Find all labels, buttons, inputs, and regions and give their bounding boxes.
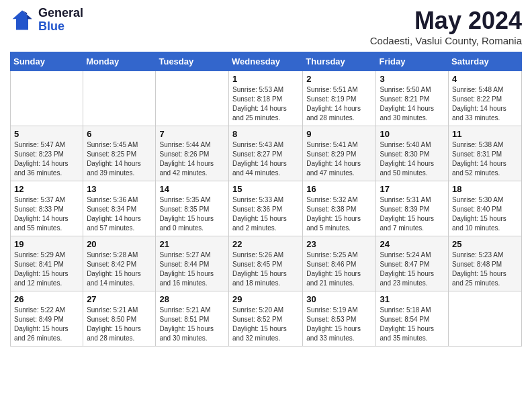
day-info: Sunrise: 5:38 AMSunset: 8:31 PMDaylight:… [452, 140, 518, 178]
day-number: 26 [14, 294, 79, 304]
day-number: 22 [232, 239, 299, 249]
calendar-cell: 1Sunrise: 5:53 AMSunset: 8:18 PMDaylight… [229, 71, 303, 126]
svg-marker-0 [13, 10, 32, 30]
col-sunday: Sunday [11, 52, 83, 71]
title-location: Codaesti, Vaslui County, Romania [370, 35, 522, 46]
logo-text: General Blue [38, 7, 83, 34]
day-info: Sunrise: 5:44 AMSunset: 8:26 PMDaylight:… [159, 140, 225, 178]
day-number: 1 [232, 74, 299, 84]
day-info: Sunrise: 5:26 AMSunset: 8:45 PMDaylight:… [232, 250, 299, 288]
calendar-cell: 26Sunrise: 5:22 AMSunset: 8:49 PMDayligh… [11, 291, 83, 347]
col-saturday: Saturday [449, 52, 522, 71]
calendar-week-row: 26Sunrise: 5:22 AMSunset: 8:49 PMDayligh… [11, 291, 522, 347]
day-number: 6 [87, 129, 152, 139]
calendar-cell: 16Sunrise: 5:32 AMSunset: 8:38 PMDayligh… [303, 181, 376, 236]
day-info: Sunrise: 5:37 AMSunset: 8:33 PMDaylight:… [14, 195, 79, 233]
calendar-cell: 21Sunrise: 5:27 AMSunset: 8:44 PMDayligh… [156, 236, 229, 291]
day-info: Sunrise: 5:28 AMSunset: 8:42 PMDaylight:… [87, 250, 152, 288]
day-number: 16 [306, 184, 372, 194]
calendar-cell: 30Sunrise: 5:19 AMSunset: 8:53 PMDayligh… [303, 291, 376, 347]
col-tuesday: Tuesday [156, 52, 229, 71]
calendar-cell: 3Sunrise: 5:50 AMSunset: 8:21 PMDaylight… [376, 71, 449, 126]
day-info: Sunrise: 5:21 AMSunset: 8:50 PMDaylight:… [87, 306, 152, 343]
header: General Blue May 2024 Codaesti, Vaslui C… [10, 7, 522, 46]
calendar-cell: 23Sunrise: 5:25 AMSunset: 8:46 PMDayligh… [303, 236, 376, 291]
day-number: 24 [380, 239, 445, 249]
day-number: 17 [380, 184, 445, 194]
day-number: 27 [87, 294, 152, 304]
col-wednesday: Wednesday [229, 52, 303, 71]
day-info: Sunrise: 5:29 AMSunset: 8:41 PMDaylight:… [14, 250, 79, 288]
calendar-cell: 2Sunrise: 5:51 AMSunset: 8:19 PMDaylight… [303, 71, 376, 126]
day-number: 14 [159, 184, 225, 194]
day-number: 5 [14, 129, 79, 139]
calendar-cell: 14Sunrise: 5:35 AMSunset: 8:35 PMDayligh… [156, 181, 229, 236]
day-number: 29 [232, 294, 299, 304]
calendar-week-row: 5Sunrise: 5:47 AMSunset: 8:23 PMDaylight… [11, 126, 522, 181]
calendar-cell: 6Sunrise: 5:45 AMSunset: 8:25 PMDaylight… [83, 126, 156, 181]
calendar-cell [83, 71, 156, 126]
calendar-header-row: Sunday Monday Tuesday Wednesday Thursday… [11, 52, 522, 71]
day-info: Sunrise: 5:35 AMSunset: 8:35 PMDaylight:… [159, 195, 225, 233]
day-info: Sunrise: 5:23 AMSunset: 8:48 PMDaylight:… [452, 250, 518, 288]
day-info: Sunrise: 5:53 AMSunset: 8:18 PMDaylight:… [232, 85, 299, 123]
calendar-cell [11, 71, 83, 126]
day-info: Sunrise: 5:25 AMSunset: 8:46 PMDaylight:… [306, 250, 372, 288]
day-info: Sunrise: 5:33 AMSunset: 8:36 PMDaylight:… [232, 195, 299, 233]
day-info: Sunrise: 5:41 AMSunset: 8:29 PMDaylight:… [306, 140, 372, 178]
day-number: 12 [14, 184, 79, 194]
day-number: 23 [306, 239, 372, 249]
day-info: Sunrise: 5:22 AMSunset: 8:49 PMDaylight:… [14, 306, 79, 343]
day-info: Sunrise: 5:40 AMSunset: 8:30 PMDaylight:… [380, 140, 445, 178]
calendar-cell: 31Sunrise: 5:18 AMSunset: 8:54 PMDayligh… [376, 291, 449, 347]
col-monday: Monday [83, 52, 156, 71]
calendar-week-row: 19Sunrise: 5:29 AMSunset: 8:41 PMDayligh… [11, 236, 522, 291]
calendar-cell: 17Sunrise: 5:31 AMSunset: 8:39 PMDayligh… [376, 181, 449, 236]
day-number: 11 [452, 129, 518, 139]
calendar-cell: 29Sunrise: 5:20 AMSunset: 8:52 PMDayligh… [229, 291, 303, 347]
calendar-cell: 4Sunrise: 5:48 AMSunset: 8:22 PMDaylight… [449, 71, 522, 126]
calendar-cell: 19Sunrise: 5:29 AMSunset: 8:41 PMDayligh… [11, 236, 83, 291]
logo: General Blue [10, 7, 83, 34]
day-number: 21 [159, 239, 225, 249]
day-info: Sunrise: 5:31 AMSunset: 8:39 PMDaylight:… [380, 195, 445, 233]
day-number: 2 [306, 74, 372, 84]
title-block: May 2024 Codaesti, Vaslui County, Romani… [370, 7, 522, 46]
day-number: 30 [306, 294, 372, 304]
day-info: Sunrise: 5:30 AMSunset: 8:40 PMDaylight:… [452, 195, 518, 233]
day-number: 25 [452, 239, 518, 249]
day-info: Sunrise: 5:21 AMSunset: 8:51 PMDaylight:… [159, 306, 225, 343]
day-number: 20 [87, 239, 152, 249]
day-number: 13 [87, 184, 152, 194]
day-number: 10 [380, 129, 445, 139]
calendar-cell: 27Sunrise: 5:21 AMSunset: 8:50 PMDayligh… [83, 291, 156, 347]
logo-icon [10, 8, 34, 32]
day-number: 15 [232, 184, 299, 194]
day-number: 19 [14, 239, 79, 249]
day-info: Sunrise: 5:45 AMSunset: 8:25 PMDaylight:… [87, 140, 152, 178]
day-info: Sunrise: 5:51 AMSunset: 8:19 PMDaylight:… [306, 85, 372, 123]
logo-general-text: General [38, 7, 83, 20]
col-thursday: Thursday [303, 52, 376, 71]
calendar-cell: 11Sunrise: 5:38 AMSunset: 8:31 PMDayligh… [449, 126, 522, 181]
day-info: Sunrise: 5:20 AMSunset: 8:52 PMDaylight:… [232, 306, 299, 343]
day-number: 31 [380, 294, 445, 304]
calendar-cell: 25Sunrise: 5:23 AMSunset: 8:48 PMDayligh… [449, 236, 522, 291]
day-number: 18 [452, 184, 518, 194]
calendar-week-row: 1Sunrise: 5:53 AMSunset: 8:18 PMDaylight… [11, 71, 522, 126]
day-info: Sunrise: 5:50 AMSunset: 8:21 PMDaylight:… [380, 85, 445, 123]
calendar-cell: 18Sunrise: 5:30 AMSunset: 8:40 PMDayligh… [449, 181, 522, 236]
day-info: Sunrise: 5:43 AMSunset: 8:27 PMDaylight:… [232, 140, 299, 178]
logo-blue-text: Blue [38, 20, 83, 34]
day-number: 4 [452, 74, 518, 84]
calendar-cell: 8Sunrise: 5:43 AMSunset: 8:27 PMDaylight… [229, 126, 303, 181]
calendar-table: Sunday Monday Tuesday Wednesday Thursday… [10, 52, 522, 347]
day-info: Sunrise: 5:32 AMSunset: 8:38 PMDaylight:… [306, 195, 372, 233]
calendar-week-row: 12Sunrise: 5:37 AMSunset: 8:33 PMDayligh… [11, 181, 522, 236]
calendar-cell: 15Sunrise: 5:33 AMSunset: 8:36 PMDayligh… [229, 181, 303, 236]
calendar-cell: 28Sunrise: 5:21 AMSunset: 8:51 PMDayligh… [156, 291, 229, 347]
day-number: 3 [380, 74, 445, 84]
day-info: Sunrise: 5:24 AMSunset: 8:47 PMDaylight:… [380, 250, 445, 288]
calendar-cell: 22Sunrise: 5:26 AMSunset: 8:45 PMDayligh… [229, 236, 303, 291]
calendar-cell: 24Sunrise: 5:24 AMSunset: 8:47 PMDayligh… [376, 236, 449, 291]
